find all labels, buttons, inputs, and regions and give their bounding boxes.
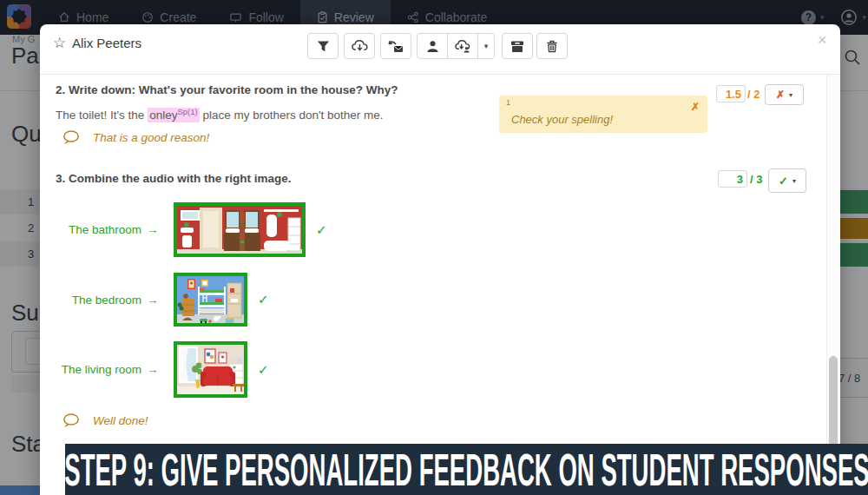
return-work-icon <box>388 40 404 53</box>
question-2-mark-dropdown[interactable]: ✗ ▾ <box>765 84 804 105</box>
question-3-score-max: / 3 <box>750 173 762 186</box>
question-2-answer: The toilet! It's the onleySp(1) place my… <box>56 109 384 122</box>
arrow-right-icon: → <box>147 294 160 307</box>
question-3-title: 3. Combine the audio with the right imag… <box>56 172 292 185</box>
comment-text: Well done! <box>93 414 148 427</box>
chevron-down-icon: ▾ <box>792 177 796 185</box>
comment-text: That is a good reason! <box>93 131 209 144</box>
delete-button[interactable] <box>536 33 568 59</box>
modal-scrollbar-track[interactable] <box>826 75 840 495</box>
match-label: The bedroom <box>56 294 141 307</box>
filter-icon <box>317 40 330 53</box>
screen: Home Create Follow Review Collaborate ? … <box>0 0 868 495</box>
correct-check-icon: ✓ <box>258 362 269 378</box>
question-3-score-input[interactable]: 3 <box>718 170 747 188</box>
annotation-ref: 1 <box>506 98 510 107</box>
misspelled-word: onley <box>149 109 177 122</box>
step-banner-text: STEP 9: GIVE PERSONALIZED FEEDBACK ON ST… <box>65 444 868 495</box>
chevron-down-icon: ▾ <box>484 42 489 50</box>
spelling-highlight[interactable]: onleySp(1) <box>148 108 200 122</box>
download-button[interactable] <box>344 33 375 59</box>
student-icon <box>426 40 439 53</box>
bathroom-image <box>174 202 306 257</box>
speech-bubble-icon <box>62 413 80 428</box>
cloud-download-icon <box>352 39 368 53</box>
arrow-right-icon: → <box>147 363 160 376</box>
match-row-bedroom: The bedroom → <box>56 273 269 327</box>
question-2-score-max: / 2 <box>747 88 760 101</box>
speech-bubble-icon <box>62 130 80 145</box>
favorite-star-icon[interactable]: ☆ <box>53 34 66 52</box>
arrow-right-icon: → <box>147 223 160 236</box>
question-2-score-input[interactable]: 1.5 <box>716 85 746 102</box>
annotation-close-icon[interactable]: ✗ <box>691 101 700 113</box>
correct-mark-icon: ✓ <box>779 175 788 188</box>
match-label: The living room <box>56 363 141 376</box>
download-options-caret[interactable]: ▾ <box>477 33 495 59</box>
student-name: Alix Peeters <box>72 36 141 50</box>
chevron-down-icon: ▾ <box>789 91 792 99</box>
student-actions-group: ▾ <box>417 33 495 59</box>
review-toolbar: ▾ <box>307 33 568 59</box>
question-3-mark-dropdown[interactable]: ✓ ▾ <box>768 168 806 193</box>
match-row-bathroom: The bathroom → <box>56 202 327 257</box>
modal-header-divider <box>40 74 840 75</box>
teacher-comment: That is a good reason! <box>62 130 209 145</box>
download-student-work-button[interactable] <box>447 33 478 59</box>
correct-check-icon: ✓ <box>316 222 327 238</box>
spelling-annotation-note: 1 Check your spelling! ✗ <box>499 96 707 133</box>
cloud-download-student-icon <box>455 39 471 53</box>
step-banner: STEP 9: GIVE PERSONALIZED FEEDBACK ON ST… <box>65 444 868 495</box>
answer-prefix: The toilet! It's the <box>56 109 148 122</box>
filter-button[interactable] <box>307 33 339 59</box>
question-2-title: 2. Write down: What's your favorite room… <box>56 83 398 96</box>
student-review-modal: ☆ Alix Peeters × ▾ <box>40 24 840 495</box>
close-icon[interactable]: × <box>818 31 827 50</box>
living-room-image <box>174 341 247 398</box>
student-button[interactable] <box>417 33 448 59</box>
match-label: The bathroom <box>56 223 141 236</box>
spelling-superscript: Sp(1) <box>177 107 197 116</box>
archive-button[interactable] <box>502 33 533 59</box>
trash-icon <box>546 40 558 53</box>
correct-check-icon: ✓ <box>258 292 269 307</box>
return-work-button[interactable] <box>380 33 411 59</box>
answer-suffix: place my brothers don't bother me. <box>200 109 384 122</box>
teacher-comment: Well done! <box>62 413 148 428</box>
match-row-living-room: The living room → <box>56 341 269 398</box>
wrong-mark-icon: ✗ <box>776 89 785 101</box>
bedroom-image <box>174 273 247 327</box>
archive-icon <box>510 40 524 53</box>
annotation-text: Check your spelling! <box>511 113 613 126</box>
